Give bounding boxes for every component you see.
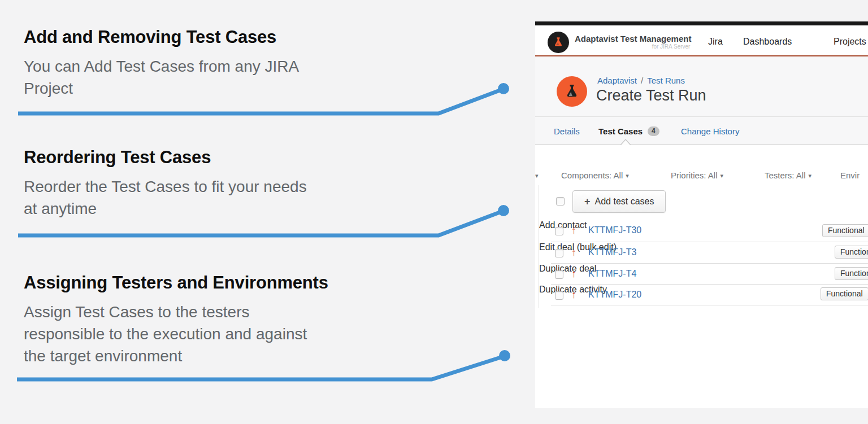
product-logo-flask-icon (548, 32, 569, 53)
body-line: Reorder the Test Cases to fit your needs (24, 176, 385, 198)
filter-label: Priorities: All (671, 171, 718, 180)
connector-dot-1 (498, 83, 509, 94)
row-checkbox[interactable] (555, 249, 563, 257)
page-title: Create Test Run (596, 87, 706, 104)
section-heading: Assigning Testers and Environments (24, 273, 385, 293)
test-case-row: ↑ KTTMFJ-T20Duplicate activity (535, 285, 868, 307)
test-type-tag: Functional (835, 267, 868, 280)
row-separator (551, 263, 868, 264)
filter-label: Components: All (561, 171, 623, 180)
product-brand: Adaptavist Test Management for JIRA Serv… (575, 34, 691, 50)
connector-dot-2 (498, 205, 509, 216)
priority-high-arrow-icon: ↑ (571, 268, 576, 280)
chevron-down-icon: ▾ (535, 172, 539, 180)
test-case-row: ↑ KTTMFJ-T3Edit deal (bulk edit) (535, 242, 868, 264)
test-case-row: ↑ KTTMFJ-T4Duplicate deal (535, 264, 868, 286)
section-heading: Reordering Test Cases (24, 147, 385, 168)
test-cases-count-badge: 4 (648, 126, 659, 136)
row-separator (551, 305, 868, 305)
nav-item-dashboards[interactable]: Dashboards (743, 37, 792, 47)
window-top-strip (535, 21, 868, 25)
test-case-key-link[interactable]: KTTMFJ-T4 (588, 269, 636, 279)
tab-details[interactable]: Details (554, 126, 580, 136)
priority-high-arrow-icon: ↑ (571, 289, 576, 301)
breadcrumb-project-link[interactable]: Adaptavist (597, 76, 637, 85)
filter-partial-caret-icon[interactable]: ▾ (535, 171, 539, 180)
priority-high-arrow-icon: ↑ (571, 247, 576, 259)
filter-components-dropdown[interactable]: Components: All▾ (561, 171, 629, 180)
section-body: Reorder the Test Cases to fit your needs… (24, 176, 385, 220)
body-line: the target environment (24, 345, 385, 367)
test-type-tag: Functional (835, 246, 868, 259)
tab-test-cases[interactable]: Test Cases 4 (598, 126, 659, 136)
priority-high-arrow-icon: ↑ (571, 225, 576, 237)
project-avatar-flask-icon (557, 76, 587, 107)
callout-section-reorder: Reordering Test Cases Reorder the Test C… (24, 147, 385, 220)
body-line: Assign Test Cases to the testers (24, 301, 385, 323)
chevron-down-icon: ▾ (626, 172, 629, 180)
filter-environments-dropdown[interactable]: Envir (840, 171, 860, 180)
test-case-key-link[interactable]: KTTMFJ-T30 (588, 225, 641, 235)
breadcrumb-separator: / (637, 76, 647, 85)
test-case-row: ↑ KTTMFJ-T30Add contact (535, 220, 868, 242)
test-case-key-link[interactable]: KTTMFJ-T20 (588, 290, 641, 300)
top-navbar: Adaptavist Test Management for JIRA Serv… (535, 25, 868, 55)
body-line: at anytime (24, 198, 385, 220)
slide-canvas: Add and Removing Test Cases You can Add … (0, 0, 868, 424)
product-title: Adaptavist Test Management (575, 34, 691, 43)
filter-label: Envir (840, 171, 860, 180)
test-case-key-link[interactable]: KTTMFJ-T3 (588, 247, 636, 257)
active-tab-pointer-fill (621, 140, 630, 145)
body-line: Project (24, 77, 385, 99)
body-line: responsible to the execution and against (24, 323, 385, 345)
test-type-tag: Functional (822, 224, 868, 237)
plus-icon: + (584, 196, 591, 208)
add-test-cases-label: Add test cases (595, 196, 654, 207)
callout-section-add-remove: Add and Removing Test Cases You can Add … (24, 27, 385, 99)
breadcrumb-testruns-link[interactable]: Test Runs (647, 76, 685, 85)
section-body: Assign Test Cases to the testers respons… (24, 301, 385, 367)
tab-test-cases-label: Test Cases (598, 126, 643, 136)
row-separator (551, 242, 868, 242)
product-subtitle: for JIRA Server (575, 43, 691, 50)
connector-dot-3 (499, 350, 510, 361)
app-screenshot-panel: Adaptavist Test Management for JIRA Serv… (535, 21, 868, 408)
filter-label: Testers: All (765, 171, 806, 180)
row-checkbox[interactable] (555, 291, 563, 300)
filter-testers-dropdown[interactable]: Testers: All▾ (765, 171, 811, 180)
body-line: You can Add Test Cases from any JIRA (24, 55, 385, 77)
chevron-down-icon: ▾ (721, 172, 724, 180)
section-heading: Add and Removing Test Cases (24, 27, 385, 47)
test-type-tag: Functional (821, 287, 868, 300)
select-all-checkbox[interactable] (556, 197, 565, 206)
chevron-down-icon: ▾ (809, 172, 812, 180)
filter-priorities-dropdown[interactable]: Priorities: All▾ (671, 171, 723, 180)
row-checkbox[interactable] (555, 227, 563, 235)
nav-item-projects[interactable]: Projects (834, 37, 866, 47)
callout-section-assign: Assigning Testers and Environments Assig… (24, 273, 385, 367)
tab-change-history[interactable]: Change History (681, 126, 739, 136)
breadcrumb: Adaptavist/Test Runs (597, 76, 685, 85)
nav-item-jira[interactable]: Jira (708, 37, 723, 47)
row-checkbox[interactable] (555, 270, 563, 279)
row-separator (551, 284, 868, 285)
add-test-cases-button[interactable]: + Add test cases (572, 190, 666, 213)
section-body: You can Add Test Cases from any JIRA Pro… (24, 55, 385, 99)
